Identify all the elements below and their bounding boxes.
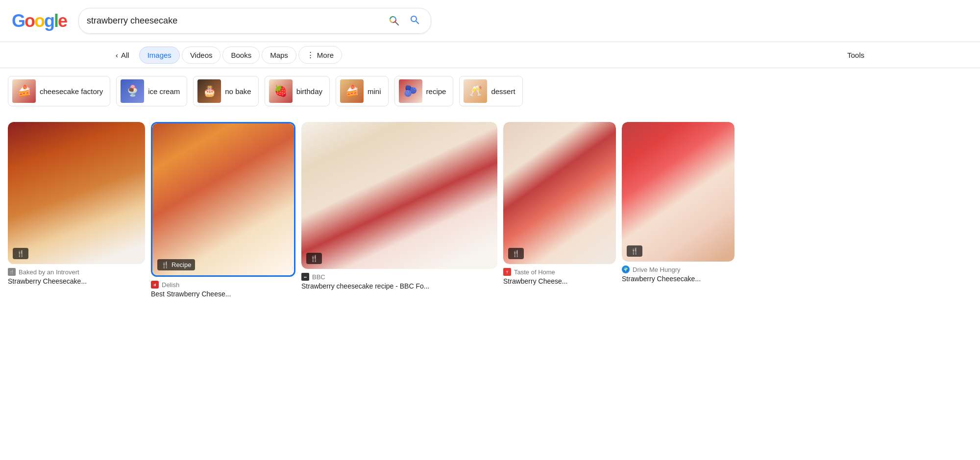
image-col-4: 🍴 T Taste of Home Strawberry Cheese... — [503, 122, 616, 290]
logo-letter-l: l — [54, 11, 58, 31]
card-title-5: Strawberry Cheesecake... — [622, 274, 735, 283]
tab-videos-label: Videos — [190, 51, 213, 59]
source-row-3: •• BBC — [301, 273, 497, 281]
card-title-3: Strawberry cheesecake recipe - BBC Fo... — [301, 282, 497, 291]
source-icon-3: •• — [301, 273, 309, 281]
chip-thumb-recipe: 🫐 — [399, 79, 422, 103]
filter-chip-ice-cream[interactable]: 🍨 ice cream — [116, 76, 187, 106]
tab-books-label: Books — [231, 51, 251, 59]
chip-label-mini: mini — [368, 87, 381, 96]
tab-images-label: Images — [147, 51, 172, 59]
source-name-1: Baked by an Introvert — [19, 268, 79, 276]
fork-icon-1: 🍴 — [17, 250, 24, 257]
filter-chip-mini[interactable]: 🍰 mini — [336, 76, 389, 106]
image-card-5[interactable]: 🍴 — [622, 122, 735, 262]
chip-label-ice-cream: ice cream — [148, 87, 180, 96]
header: Google — [0, 0, 980, 42]
tab-more[interactable]: ⋮ More — [298, 46, 342, 64]
chip-label-cheesecake-factory: cheesecake factory — [40, 87, 103, 96]
source-name-4: Taste of Home — [514, 268, 555, 276]
image-card-3[interactable]: 🍴 — [301, 122, 497, 269]
logo-letter-o1: o — [24, 11, 34, 31]
card-title-1: Strawberry Cheesecake... — [8, 277, 145, 286]
tab-maps-label: Maps — [270, 51, 288, 59]
all-tab-label: All — [121, 51, 129, 59]
tools-label: Tools — [847, 51, 864, 59]
chip-thumb-cheesecake-factory: 🍰 — [12, 79, 36, 103]
filter-row: 🍰 cheesecake factory 🍨 ice cream 🎂 no ba… — [0, 68, 980, 114]
lens-icon[interactable] — [387, 13, 402, 29]
logo-letter-o2: o — [34, 11, 44, 31]
recipe-label-2: Recipe — [172, 261, 191, 268]
source-icon-4: T — [503, 268, 511, 276]
search-input[interactable] — [87, 16, 383, 26]
source-row-2: d Delish — [151, 281, 295, 289]
filter-chip-recipe[interactable]: 🫐 recipe — [394, 76, 454, 106]
image-card-2[interactable]: 🍴 Recipe — [151, 122, 295, 277]
chip-thumb-birthday: 🍓 — [269, 79, 293, 103]
fork-icon-4: 🍴 — [512, 250, 520, 257]
recipe-badge-3: 🍴 — [306, 253, 322, 264]
fork-icon-5: 🍴 — [631, 247, 638, 255]
chip-thumb-no-bake: 🎂 — [197, 79, 221, 103]
filter-chip-dessert[interactable]: 🥂 dessert — [459, 76, 522, 106]
dots-icon: ⋮ — [307, 50, 314, 59]
svg-line-4 — [395, 22, 399, 25]
source-icon-2: d — [151, 281, 159, 289]
source-name-3: BBC — [312, 273, 325, 281]
filter-chip-no-bake[interactable]: 🎂 no bake — [193, 76, 258, 106]
tab-back-all[interactable]: ‹ All — [108, 47, 137, 63]
image-col-3: 🍴 •• BBC Strawberry cheesecake recipe - … — [301, 122, 497, 294]
image-col-1: 🍴 🍴 Baked by an Introvert Strawberry Che… — [8, 122, 145, 290]
tab-books[interactable]: Books — [222, 47, 260, 64]
chip-label-dessert: dessert — [491, 87, 515, 96]
tab-more-label: More — [317, 51, 334, 59]
source-icon-5: 🌍 — [622, 266, 630, 273]
logo-letter-g2: g — [44, 11, 54, 31]
filter-chip-birthday[interactable]: 🍓 birthday — [265, 76, 330, 106]
recipe-badge-2: 🍴 Recipe — [157, 259, 195, 270]
recipe-badge-5: 🍴 — [627, 245, 642, 257]
logo-letter-g: G — [12, 11, 24, 31]
tab-maps[interactable]: Maps — [262, 47, 296, 64]
back-arrow-icon: ‹ — [116, 51, 118, 59]
source-row-1: 🍴 Baked by an Introvert — [8, 268, 145, 276]
fork-icon-3: 🍴 — [310, 255, 318, 262]
search-button[interactable] — [407, 12, 423, 29]
tab-images[interactable]: Images — [139, 47, 180, 64]
source-name-5: Drive Me Hungry — [633, 266, 681, 273]
search-bar[interactable] — [78, 8, 431, 34]
filter-chip-cheesecake-factory[interactable]: 🍰 cheesecake factory — [8, 76, 110, 106]
recipe-badge-4: 🍴 — [508, 248, 524, 259]
source-name-2: Delish — [162, 281, 179, 289]
image-col-5: 🍴 🌍 Drive Me Hungry Strawberry Cheesecak… — [622, 122, 735, 287]
search-bar-wrapper — [78, 8, 431, 34]
card-title-2: Best Strawberry Cheese... — [151, 290, 295, 298]
chip-label-birthday: birthday — [296, 87, 322, 96]
search-icons — [387, 12, 423, 29]
source-row-5: 🌍 Drive Me Hungry — [622, 266, 735, 273]
recipe-badge-1: 🍴 — [13, 248, 28, 259]
nav-tabs: ‹ All Images Videos Books Maps ⋮ More To… — [0, 42, 980, 68]
google-logo: Google — [12, 11, 67, 31]
chip-thumb-ice-cream: 🍨 — [121, 79, 144, 103]
tab-videos[interactable]: Videos — [182, 47, 221, 64]
image-card-1[interactable]: 🍴 — [8, 122, 145, 264]
chip-label-recipe: recipe — [426, 87, 446, 96]
source-icon-1: 🍴 — [8, 268, 16, 276]
image-card-4[interactable]: 🍴 — [503, 122, 616, 264]
chip-thumb-mini: 🍰 — [340, 79, 364, 103]
source-row-4: T Taste of Home — [503, 268, 616, 276]
tools-button[interactable]: Tools — [839, 47, 872, 63]
logo-letter-e: e — [58, 11, 67, 31]
image-grid: 🍴 🍴 Baked by an Introvert Strawberry Che… — [0, 114, 980, 310]
card-title-4: Strawberry Cheese... — [503, 277, 616, 286]
fork-icon-2: 🍴 — [161, 261, 169, 268]
chip-label-no-bake: no bake — [225, 87, 251, 96]
image-col-2: 🍴 Recipe d Delish Best Strawberry Cheese… — [151, 122, 295, 302]
chip-thumb-dessert: 🥂 — [464, 79, 487, 103]
